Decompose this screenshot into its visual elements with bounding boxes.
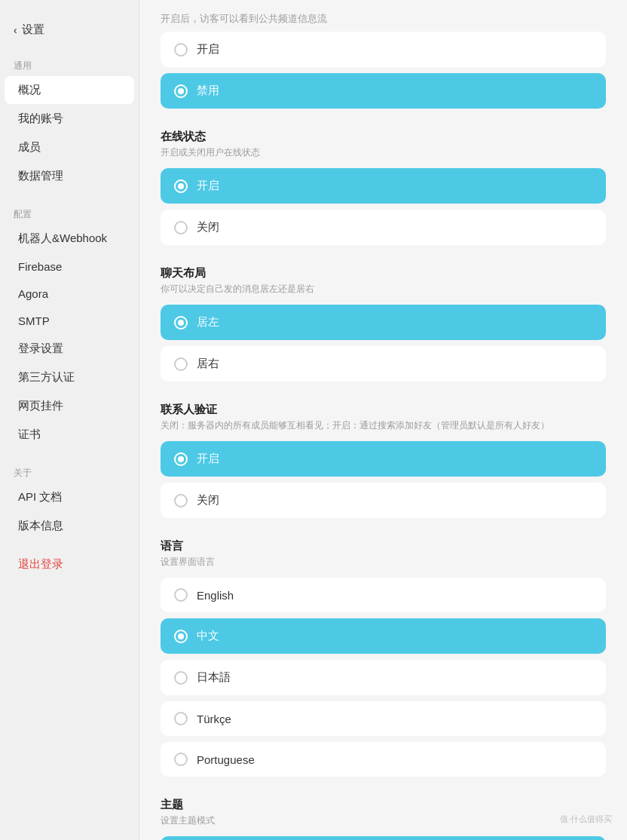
radio-circle-online-close	[174, 221, 188, 235]
chat-layout-desc: 你可以决定自己发的消息居左还是居右	[161, 283, 606, 296]
option-align-left[interactable]: 居左	[161, 305, 606, 340]
option-align-right-label: 居右	[197, 357, 219, 371]
section-chat-layout: 聊天布局 你可以决定自己发的消息居左还是居右 居左 居右	[161, 266, 606, 382]
chevron-left-icon: ‹	[14, 24, 17, 36]
back-label: 设置	[22, 23, 44, 37]
sidebar-item-certificate[interactable]: 证书	[5, 421, 134, 449]
logout-button[interactable]: 退出登录	[5, 550, 134, 578]
option-online-open[interactable]: 开启	[161, 168, 606, 204]
sidebar-item-my-account[interactable]: 我的账号	[5, 105, 134, 133]
option-turkish[interactable]: Türkçe	[161, 701, 606, 736]
option-contact-close-label: 关闭	[197, 493, 219, 507]
radio-circle-turkish	[174, 712, 188, 725]
sidebar-item-version-info[interactable]: 版本信息	[5, 512, 134, 540]
section-online-status: 在线状态 开启或关闭用户在线状态 开启 关闭	[161, 130, 606, 245]
sidebar-item-overview[interactable]: 概况	[5, 76, 134, 104]
option-online-close[interactable]: 关闭	[161, 210, 606, 245]
option-japanese[interactable]: 日本語	[161, 660, 606, 695]
section-label-config: 配置	[0, 201, 139, 224]
option-contact-close[interactable]: 关闭	[161, 483, 606, 518]
section-contact-auth: 联系人验证 关闭：服务器内的所有成员能够互相看见；开启：通过搜索添加好友（管理员…	[161, 403, 606, 518]
main-content: 开启后，访客可以看到公共频道信息流 开启 禁用 在线状态 开启或关闭用户在线状态…	[139, 0, 627, 840]
option-align-left-label: 居左	[197, 315, 219, 330]
section-language: 语言 设置界面语言 English 中文 日本語 Türkçe Portugue…	[161, 539, 606, 777]
option-portuguese-label: Portuguese	[197, 753, 255, 766]
option-contact-open[interactable]: 开启	[161, 441, 606, 477]
section-label-general: 通用	[0, 52, 139, 75]
language-desc: 设置界面语言	[161, 556, 606, 569]
option-enable-1[interactable]: 开启	[161, 32, 606, 67]
sidebar-section-config: 配置 机器人&Webhook Firebase Agora SMTP 登录设置 …	[0, 201, 139, 449]
sidebar-section-general: 通用 概况 我的账号 成员 数据管理	[0, 52, 139, 190]
online-status-desc: 开启或关闭用户在线状态	[161, 146, 606, 159]
sidebar-item-data-management[interactable]: 数据管理	[5, 162, 134, 190]
top-hint-text: 开启后，访客可以看到公共频道信息流	[161, 0, 606, 32]
watermark: 值·什么值得买	[560, 814, 612, 825]
option-online-open-label: 开启	[197, 179, 219, 193]
theme-desc: 设置主题模式	[161, 814, 606, 827]
option-portuguese[interactable]: Portuguese	[161, 742, 606, 777]
radio-circle-chinese	[174, 630, 188, 643]
option-online-close-label: 关闭	[197, 220, 219, 235]
option-english[interactable]: English	[161, 578, 606, 612]
section-disable: 开启 禁用	[161, 32, 606, 109]
radio-circle-align-left	[174, 316, 188, 330]
option-chinese-label: 中文	[197, 629, 219, 643]
back-button[interactable]: ‹ 设置	[0, 15, 139, 52]
option-disable-label: 禁用	[197, 84, 219, 98]
radio-circle-contact-close	[174, 494, 188, 507]
radio-circle-enable-1	[174, 43, 188, 57]
sidebar-item-agora[interactable]: Agora	[5, 281, 134, 307]
radio-circle-english	[174, 588, 188, 602]
contact-auth-title: 联系人验证	[161, 403, 606, 417]
option-theme-auto[interactable]: 自动	[161, 836, 606, 840]
option-contact-open-label: 开启	[197, 452, 219, 466]
sidebar-item-api-docs[interactable]: API 文档	[5, 483, 134, 511]
chat-layout-title: 聊天布局	[161, 266, 606, 281]
option-chinese[interactable]: 中文	[161, 618, 606, 654]
language-title: 语言	[161, 539, 606, 553]
sidebar-item-members[interactable]: 成员	[5, 133, 134, 161]
sidebar-item-bots-webhook[interactable]: 机器人&Webhook	[5, 225, 134, 253]
radio-circle-disable	[174, 84, 188, 98]
radio-circle-online-open	[174, 179, 188, 193]
section-label-about: 关于	[0, 459, 139, 483]
sidebar-item-third-party-auth[interactable]: 第三方认证	[5, 363, 134, 391]
option-enable-1-label: 开启	[197, 42, 219, 57]
radio-circle-align-right	[174, 357, 188, 371]
option-english-label: English	[197, 589, 234, 602]
sidebar: ‹ 设置 通用 概况 我的账号 成员 数据管理 配置 机器人&Webhook F…	[0, 0, 139, 840]
option-align-right[interactable]: 居右	[161, 346, 606, 382]
sidebar-item-login-settings[interactable]: 登录设置	[5, 335, 134, 363]
contact-auth-desc: 关闭：服务器内的所有成员能够互相看见；开启：通过搜索添加好友（管理员默认是所有人…	[161, 419, 606, 432]
sidebar-item-firebase[interactable]: Firebase	[5, 253, 134, 280]
sidebar-item-smtp[interactable]: SMTP	[5, 308, 134, 334]
section-theme: 主题 设置主题模式 自动 黑夜模式 白天模式	[161, 798, 606, 840]
sidebar-section-about: 关于 API 文档 版本信息	[0, 459, 139, 540]
theme-title: 主题	[161, 798, 606, 812]
option-japanese-label: 日本語	[197, 670, 231, 685]
online-status-title: 在线状态	[161, 130, 606, 144]
radio-circle-contact-open	[174, 452, 188, 466]
option-disable[interactable]: 禁用	[161, 73, 606, 109]
sidebar-item-web-widget[interactable]: 网页挂件	[5, 392, 134, 420]
radio-circle-japanese	[174, 671, 188, 685]
radio-circle-portuguese	[174, 753, 188, 766]
option-turkish-label: Türkçe	[197, 713, 231, 725]
